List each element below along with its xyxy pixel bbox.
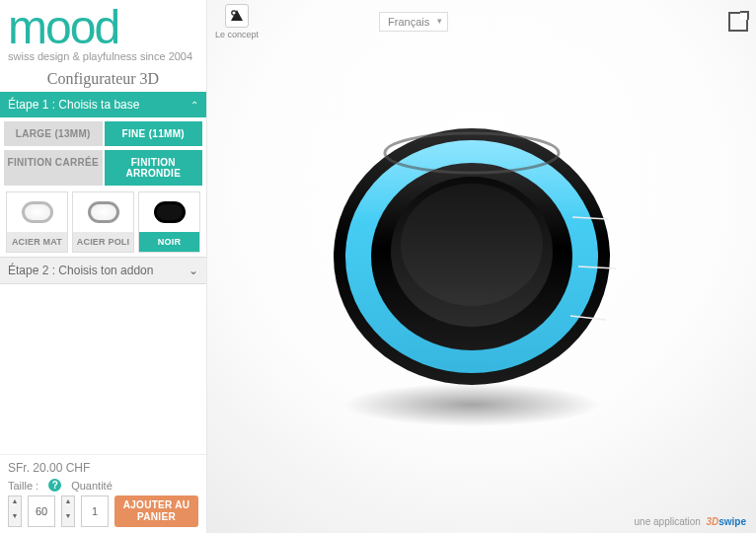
ring-thumb-icon xyxy=(154,201,186,223)
svg-point-1 xyxy=(343,383,600,426)
material-thumb xyxy=(73,192,133,232)
svg-point-0 xyxy=(232,11,236,15)
step1-header[interactable]: Étape 1 : Choisis ta base ⌃ xyxy=(0,92,206,117)
material-label: ACIER MAT xyxy=(7,232,67,252)
qty-down-button[interactable]: ▼ xyxy=(62,511,74,526)
size-label: Taille : xyxy=(8,480,38,492)
concept-button[interactable]: Le concept xyxy=(215,4,259,39)
viewer-area[interactable]: Le concept Français xyxy=(207,0,756,533)
size-help-icon[interactable]: ? xyxy=(48,479,61,492)
page-title: Configurateur 3D xyxy=(0,70,206,88)
ring-thumb-icon xyxy=(88,201,119,223)
qty-value[interactable]: 1 xyxy=(81,495,109,527)
credit-3d: 3D xyxy=(706,516,718,527)
material-acier-poli[interactable]: ACIER POLI xyxy=(72,191,134,253)
ring-3d-view[interactable] xyxy=(324,99,640,434)
concept-icon xyxy=(225,4,249,28)
chevron-down-icon: ⌄ xyxy=(189,264,198,277)
step2-header-label: Étape 2 : Choisis ton addon xyxy=(8,264,153,277)
material-label: NOIR xyxy=(139,232,199,252)
finish-arrondie-button[interactable]: FINITION ARRONDIE xyxy=(105,150,203,186)
size-stepper[interactable]: ▲ ▼ xyxy=(8,495,22,527)
brand-logo: mood xyxy=(8,6,198,48)
material-acier-mat[interactable]: ACIER MAT xyxy=(6,191,68,253)
ring-thumb-icon xyxy=(22,201,53,223)
credit-prefix: une application xyxy=(635,516,701,527)
sidebar: mood swiss design & playfulness since 20… xyxy=(0,0,207,533)
svg-point-6 xyxy=(401,184,543,306)
material-noir[interactable]: NOIR xyxy=(138,191,200,253)
price-text: SFr. 20.00 CHF xyxy=(8,461,198,475)
size-up-button[interactable]: ▲ xyxy=(9,496,21,511)
language-select[interactable]: Français xyxy=(379,12,448,32)
credit-swipe: swipe xyxy=(718,516,746,527)
step2-header[interactable]: Étape 2 : Choisis ton addon ⌄ xyxy=(0,257,206,284)
step1-header-label: Étape 1 : Choisis ta base xyxy=(8,98,139,112)
material-thumb xyxy=(7,192,67,232)
size-value[interactable]: 60 xyxy=(28,495,55,527)
size-down-button[interactable]: ▼ xyxy=(9,511,21,526)
qty-label: Quantité xyxy=(71,480,113,492)
fullscreen-icon[interactable] xyxy=(728,12,748,32)
material-label: ACIER POLI xyxy=(73,232,133,252)
chevron-up-icon: ⌃ xyxy=(190,100,198,111)
credit-text: une application 3Dswipe xyxy=(635,516,746,527)
footer-panel: SFr. 20.00 CHF Taille : ? Quantité ▲ ▼ 6… xyxy=(0,454,206,533)
size-large-button[interactable]: LARGE (13MM) xyxy=(4,121,103,146)
material-thumb xyxy=(139,192,199,232)
brand-tagline: swiss design & playfulness since 2004 xyxy=(8,50,198,62)
finish-carree-button[interactable]: FINITION CARRÉE xyxy=(4,150,103,186)
add-to-cart-button[interactable]: AJOUTER AU PANIER xyxy=(114,495,198,527)
language-selected: Français xyxy=(388,16,429,28)
brand-block: mood swiss design & playfulness since 20… xyxy=(0,0,206,64)
size-fine-button[interactable]: FINE (11MM) xyxy=(105,121,203,146)
concept-label: Le concept xyxy=(215,30,259,39)
qty-up-button[interactable]: ▲ xyxy=(62,496,74,511)
qty-stepper[interactable]: ▲ ▼ xyxy=(61,495,75,527)
